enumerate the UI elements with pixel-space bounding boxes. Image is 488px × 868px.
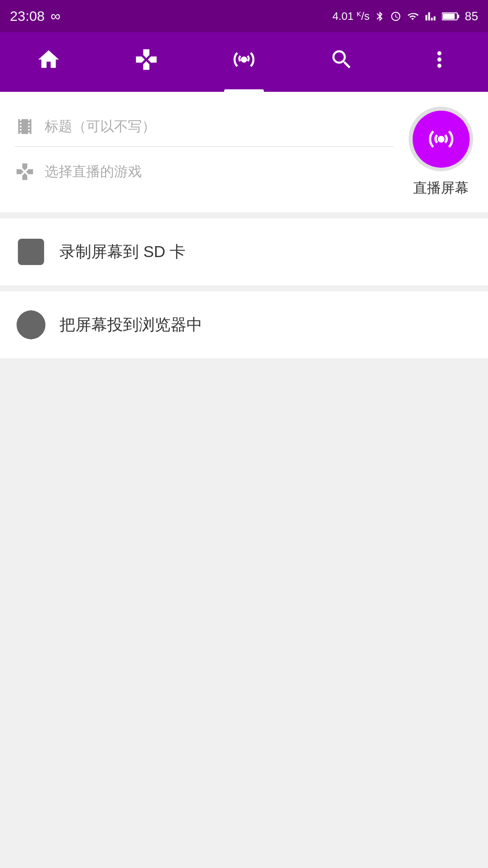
nav-broadcast[interactable] bbox=[195, 32, 293, 92]
bluetooth-icon bbox=[374, 11, 385, 22]
title-placeholder: 标题（可以不写） bbox=[45, 117, 156, 136]
nav-more[interactable] bbox=[390, 32, 488, 92]
alarm-icon bbox=[390, 11, 401, 22]
broadcast-icon bbox=[232, 47, 256, 77]
more-icon bbox=[427, 47, 452, 77]
status-time: 23:08 bbox=[10, 8, 45, 24]
clapper-icon bbox=[15, 117, 35, 136]
live-screen-label: 直播屏幕 bbox=[413, 179, 469, 198]
live-circle-inner bbox=[413, 111, 470, 168]
record-sd-card[interactable]: 录制屏幕到 SD 卡 bbox=[0, 218, 488, 285]
live-screen-button[interactable] bbox=[409, 107, 473, 171]
svg-rect-1 bbox=[457, 14, 459, 18]
record-icon bbox=[15, 236, 47, 268]
nav-game[interactable] bbox=[98, 32, 195, 92]
cast-browser-card[interactable]: 把屏幕投到浏览器中 bbox=[0, 291, 488, 358]
gamepad-icon bbox=[134, 47, 159, 77]
battery-icon bbox=[442, 11, 460, 22]
status-right: 4.01 ᴷ/s 85 bbox=[332, 9, 478, 23]
search-icon bbox=[329, 47, 354, 77]
status-speed: 4.01 ᴷ/s bbox=[332, 10, 369, 23]
game-placeholder: 选择直播的游戏 bbox=[45, 162, 142, 181]
bottom-space bbox=[0, 364, 488, 662]
home-icon bbox=[36, 47, 61, 77]
globe-icon bbox=[15, 309, 47, 341]
game-select-icon bbox=[15, 162, 35, 182]
nav-search[interactable] bbox=[293, 32, 390, 92]
infinity-icon: ∞ bbox=[51, 8, 61, 24]
svg-point-7 bbox=[29, 250, 33, 254]
svg-point-4 bbox=[437, 135, 444, 142]
main-content: 标题（可以不写） 选择直播的游戏 bbox=[0, 92, 488, 662]
live-button-section: 直播屏幕 bbox=[409, 107, 473, 198]
live-stream-card: 标题（可以不写） 选择直播的游戏 bbox=[0, 92, 488, 212]
game-input-group[interactable]: 选择直播的游戏 bbox=[15, 152, 394, 192]
svg-rect-2 bbox=[443, 13, 455, 19]
nav-bar bbox=[0, 32, 488, 92]
nav-home[interactable] bbox=[0, 32, 98, 92]
title-input-group[interactable]: 标题（可以不写） bbox=[15, 107, 394, 147]
record-sd-text: 录制屏幕到 SD 卡 bbox=[60, 241, 185, 263]
cast-browser-text: 把屏幕投到浏览器中 bbox=[60, 314, 202, 336]
status-bar: 23:08 ∞ 4.01 ᴷ/s 85 bbox=[0, 0, 488, 32]
wifi-icon bbox=[406, 11, 419, 22]
status-left: 23:08 ∞ bbox=[10, 8, 61, 24]
signal-icon bbox=[424, 11, 437, 22]
svg-point-3 bbox=[241, 57, 247, 63]
form-section: 标题（可以不写） 选择直播的游戏 bbox=[15, 107, 409, 197]
battery-level: 85 bbox=[465, 9, 478, 23]
